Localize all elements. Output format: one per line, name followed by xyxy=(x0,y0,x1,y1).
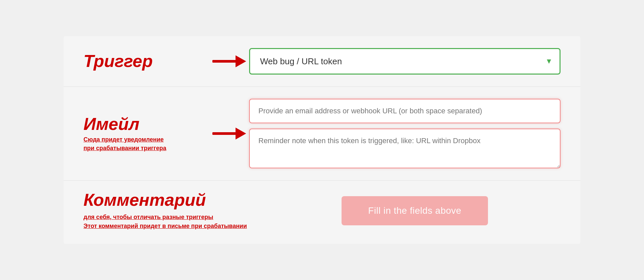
email-row: Имейл Сюда придет уведомление при срабат… xyxy=(64,87,580,181)
comment-sublabel2: Этот комментарий придет в письме при сра… xyxy=(83,222,269,231)
trigger-row: Триггер Web bug / URL token DNS token Cu… xyxy=(64,36,580,87)
trigger-label-area: Триггер xyxy=(83,52,209,71)
email-label: Имейл xyxy=(83,115,209,134)
arrow-head-email xyxy=(236,128,246,140)
email-arrow-container xyxy=(209,128,249,140)
trigger-select[interactable]: Web bug / URL token DNS token Custom Ima… xyxy=(249,48,561,75)
trigger-input-area: Web bug / URL token DNS token Custom Ima… xyxy=(249,48,561,75)
inputs-stack xyxy=(249,99,561,168)
email-sublabel: Сюда придет уведомление при срабатывании… xyxy=(83,136,209,152)
arrow-line-email xyxy=(212,132,236,135)
trigger-label: Триггер xyxy=(83,52,209,71)
comment-label: Комментарий xyxy=(83,191,269,209)
trigger-arrow xyxy=(212,55,246,67)
main-card: Триггер Web bug / URL token DNS token Cu… xyxy=(64,36,580,244)
comment-sublabel1: для себя, чтобы отличать разные триггеры xyxy=(83,213,269,222)
trigger-arrow-container xyxy=(209,55,249,67)
comment-label-area: Комментарий для себя, чтобы отличать раз… xyxy=(83,191,269,231)
email-label-area: Имейл Сюда придет уведомление при срабат… xyxy=(83,115,209,152)
arrow-line xyxy=(212,60,236,63)
memo-textarea[interactable] xyxy=(249,129,561,168)
email-arrow xyxy=(212,128,246,140)
submit-button[interactable]: Fill in the fields above xyxy=(342,196,488,225)
trigger-select-wrapper[interactable]: Web bug / URL token DNS token Custom Ima… xyxy=(249,48,561,75)
submit-area: Fill in the fields above xyxy=(269,196,561,225)
bottom-section: Комментарий для себя, чтобы отличать раз… xyxy=(64,181,580,244)
page-wrapper: Триггер Web bug / URL token DNS token Cu… xyxy=(0,0,644,280)
arrow-head xyxy=(236,55,246,67)
email-input[interactable] xyxy=(249,99,561,123)
